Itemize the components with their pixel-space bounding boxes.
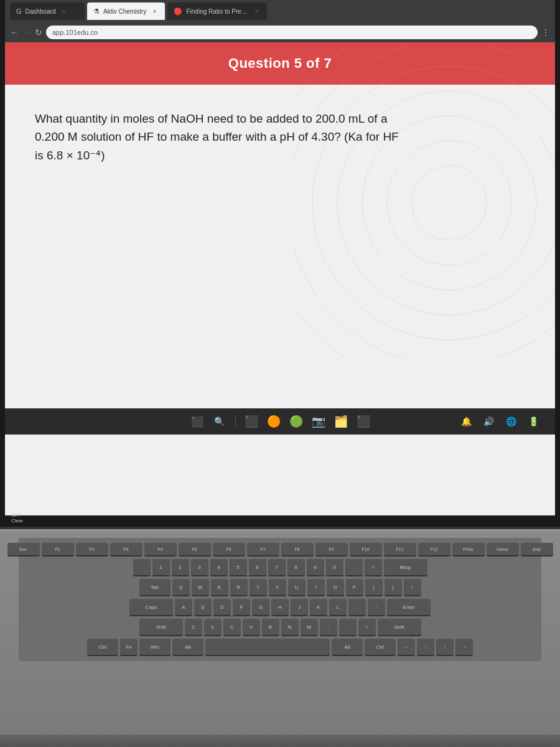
key-r[interactable]: R <box>230 579 248 596</box>
key-left[interactable]: ← <box>398 639 415 656</box>
key-j[interactable]: J <box>291 599 308 616</box>
key-enter[interactable]: Enter <box>387 599 431 616</box>
key-f6[interactable]: F6 <box>213 543 245 557</box>
key-f5[interactable]: F5 <box>179 543 211 557</box>
key-4[interactable]: 4 <box>210 559 228 576</box>
key-k[interactable]: K <box>310 599 327 616</box>
key-c[interactable]: C <box>223 619 241 636</box>
taskbar-network-icon[interactable]: 🌐 <box>502 412 520 431</box>
key-caps[interactable]: Caps <box>129 599 173 616</box>
key-f4[interactable]: F4 <box>144 543 177 557</box>
key-p[interactable]: P <box>346 579 363 596</box>
key-f9[interactable]: F9 <box>315 543 348 557</box>
key-t[interactable]: T <box>250 579 267 596</box>
key-f8[interactable]: F8 <box>281 543 314 557</box>
key-right[interactable]: → <box>455 639 473 656</box>
key-end[interactable]: End <box>521 543 553 557</box>
key-f7[interactable]: F7 <box>247 543 279 557</box>
key-lctrl[interactable]: Ctrl <box>87 639 118 656</box>
key-slash[interactable]: / <box>358 619 376 636</box>
tab-dashboard[interactable]: G Dashboard × <box>10 2 85 20</box>
extensions-icon[interactable]: ⋮ <box>541 27 550 37</box>
taskbar-volume-icon[interactable]: 🔊 <box>479 412 498 431</box>
key-home[interactable]: Home <box>487 543 519 557</box>
key-f[interactable]: F <box>233 599 250 616</box>
key-d[interactable]: D <box>213 599 231 616</box>
taskbar-app-3[interactable]: 🟢 <box>287 412 306 431</box>
tab-aktiv-chemistry[interactable]: ⚗ Aktiv Chemistry × <box>87 2 165 20</box>
key-u[interactable]: U <box>288 579 306 596</box>
key-prtsc[interactable]: PrtSc <box>452 543 485 557</box>
key-lbracket[interactable]: [ <box>365 579 383 596</box>
tab-finding-close[interactable]: × <box>252 7 261 16</box>
key-rshift[interactable]: Shift <box>378 619 421 636</box>
taskbar-app-4[interactable]: 📷 <box>309 412 328 431</box>
key-0[interactable]: 0 <box>326 559 343 576</box>
key-i[interactable]: I <box>307 579 325 596</box>
key-7[interactable]: 7 <box>268 559 286 576</box>
key-quote[interactable]: ' <box>368 599 385 616</box>
key-6[interactable]: 6 <box>249 559 266 576</box>
key-period[interactable]: . <box>339 619 357 636</box>
key-v[interactable]: V <box>243 619 260 636</box>
key-equals[interactable]: = <box>365 559 382 576</box>
key-2[interactable]: 2 <box>172 559 189 576</box>
taskbar-app-5[interactable]: 🗂️ <box>332 412 350 431</box>
key-y[interactable]: Y <box>269 579 286 596</box>
key-f3[interactable]: F3 <box>110 543 142 557</box>
key-fn[interactable]: Fn <box>120 639 138 656</box>
key-s[interactable]: S <box>194 599 212 616</box>
key-a[interactable]: A <box>175 599 192 616</box>
key-h[interactable]: H <box>271 599 289 616</box>
key-5[interactable]: 5 <box>230 559 247 576</box>
key-f2[interactable]: F2 <box>76 543 108 557</box>
key-backtick[interactable]: ` <box>133 559 151 576</box>
key-q[interactable]: Q <box>172 579 190 596</box>
forward-button[interactable]: → <box>22 27 31 37</box>
tab-finding-ratio[interactable]: 🔴 Finding Ratio to Prepare buffer × <box>167 2 267 20</box>
key-l[interactable]: L <box>329 599 347 616</box>
start-button[interactable]: ⬛ <box>188 412 207 431</box>
key-semicolon[interactable]: ; <box>348 599 366 616</box>
key-e[interactable]: E <box>211 579 228 596</box>
taskbar-notification-icon[interactable]: 🔔 <box>457 412 475 431</box>
taskbar-app-1[interactable]: ⬛ <box>242 412 261 431</box>
tab-dashboard-close[interactable]: × <box>59 7 68 16</box>
key-w[interactable]: W <box>192 579 209 596</box>
key-o[interactable]: O <box>327 579 344 596</box>
key-comma[interactable]: , <box>320 619 337 636</box>
address-bar[interactable]: app.101edu.co <box>46 26 538 39</box>
key-3[interactable]: 3 <box>191 559 208 576</box>
tab-aktiv-close[interactable]: × <box>150 7 159 16</box>
key-rbracket[interactable]: ] <box>385 579 402 596</box>
reload-button[interactable]: ↻ <box>35 27 42 37</box>
key-tab[interactable]: Tab <box>139 579 170 596</box>
key-space[interactable] <box>205 639 330 656</box>
key-x[interactable]: X <box>204 619 222 636</box>
key-f1[interactable]: F1 <box>42 543 74 557</box>
key-lshift[interactable]: Shift <box>139 619 183 636</box>
key-backslash[interactable]: \ <box>404 579 421 596</box>
key-z[interactable]: Z <box>185 619 202 636</box>
taskbar-battery-icon[interactable]: 🔋 <box>524 412 543 431</box>
taskbar-app-2[interactable]: 🟠 <box>264 412 283 431</box>
key-b[interactable]: B <box>262 619 279 636</box>
taskbar-app-6[interactable]: ⬛ <box>354 412 373 431</box>
key-n[interactable]: N <box>281 619 299 636</box>
key-8[interactable]: 8 <box>287 559 305 576</box>
key-m[interactable]: M <box>301 619 318 636</box>
key-f11[interactable]: F11 <box>384 543 416 557</box>
key-1[interactable]: 1 <box>152 559 170 576</box>
key-minus[interactable]: - <box>345 559 363 576</box>
key-g[interactable]: G <box>252 599 269 616</box>
key-9[interactable]: 9 <box>307 559 324 576</box>
key-win[interactable]: Win <box>139 639 170 656</box>
key-f12[interactable]: F12 <box>418 543 450 557</box>
key-backspace[interactable]: Bksp <box>384 559 427 576</box>
key-rctrl[interactable]: Ctrl <box>365 639 396 656</box>
key-lalt[interactable]: Alt <box>172 639 203 656</box>
search-taskbar-button[interactable]: 🔍 <box>210 412 229 431</box>
key-f10[interactable]: F10 <box>350 543 382 557</box>
key-up[interactable]: ↑ <box>417 639 434 656</box>
key-ralt[interactable]: Alt <box>332 639 363 656</box>
